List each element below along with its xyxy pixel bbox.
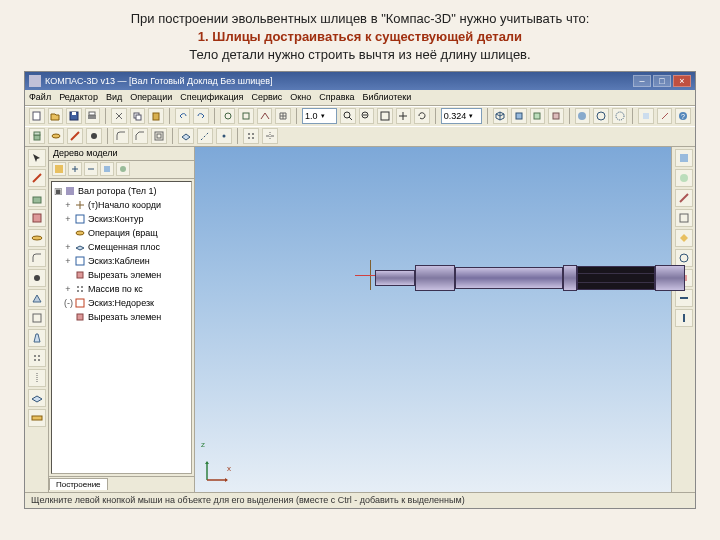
tree-item-8[interactable]: Вырезать элемен: [54, 310, 189, 324]
mirror-button[interactable]: [262, 128, 278, 144]
open-button[interactable]: [48, 108, 64, 124]
tool-a3[interactable]: [257, 108, 273, 124]
rt-9[interactable]: [675, 309, 693, 327]
tree-body[interactable]: ▣ Вал ротора (Тел 1) +(т)Начало коорди+Э…: [51, 181, 192, 474]
menu-window[interactable]: Окно: [290, 92, 311, 102]
minimize-button[interactable]: –: [633, 75, 651, 87]
app-window: КОМПАС-3D v13 — [Вал Готовый Доклад Без …: [24, 71, 696, 509]
extrude-button[interactable]: [29, 128, 45, 144]
close-button[interactable]: ×: [673, 75, 691, 87]
new-button[interactable]: [29, 108, 45, 124]
pattern-button[interactable]: [243, 128, 259, 144]
lt-measure[interactable]: [28, 409, 46, 427]
svg-rect-9: [243, 113, 249, 119]
lt-sketch[interactable]: [28, 169, 46, 187]
menu-edit[interactable]: Редактор: [59, 92, 98, 102]
view-front-button[interactable]: [511, 108, 527, 124]
sketch-button[interactable]: [67, 128, 83, 144]
menu-help[interactable]: Справка: [319, 92, 354, 102]
tree-item-2[interactable]: Операция (вращ: [54, 226, 189, 240]
view-top-button[interactable]: [530, 108, 546, 124]
menu-operations[interactable]: Операции: [130, 92, 172, 102]
zoom-fit-button[interactable]: [377, 108, 393, 124]
lt-mirror[interactable]: [28, 369, 46, 387]
menu-file[interactable]: Файл: [29, 92, 51, 102]
cut-button[interactable]: [111, 108, 127, 124]
tree-root[interactable]: ▣ Вал ротора (Тел 1): [54, 184, 189, 198]
zoom-in-button[interactable]: [340, 108, 356, 124]
rt-2[interactable]: [675, 169, 693, 187]
viewport-3d[interactable]: x z: [195, 147, 671, 492]
menu-spec[interactable]: Спецификация: [180, 92, 243, 102]
lt-cut[interactable]: [28, 209, 46, 227]
lt-extrude[interactable]: [28, 189, 46, 207]
tree-tool-5[interactable]: [116, 162, 130, 176]
menu-view[interactable]: Вид: [106, 92, 122, 102]
tool-a2[interactable]: [238, 108, 254, 124]
rt-3[interactable]: [675, 189, 693, 207]
tree-tool-2[interactable]: [68, 162, 82, 176]
value-field[interactable]: 0.324: [441, 108, 482, 124]
tool-a4[interactable]: [275, 108, 291, 124]
undo-button[interactable]: [175, 108, 191, 124]
tree-tool-1[interactable]: [52, 162, 66, 176]
svg-rect-13: [516, 113, 522, 119]
lt-shell[interactable]: [28, 309, 46, 327]
hole-button[interactable]: [86, 128, 102, 144]
lt-draft[interactable]: [28, 329, 46, 347]
lt-plane[interactable]: [28, 389, 46, 407]
redo-button[interactable]: [193, 108, 209, 124]
tree-tool-4[interactable]: [100, 162, 114, 176]
tree-tab-build[interactable]: Построение: [49, 478, 108, 490]
help-button[interactable]: ?: [675, 108, 691, 124]
rotate-button[interactable]: [414, 108, 430, 124]
lt-fillet[interactable]: [28, 249, 46, 267]
menu-libs[interactable]: Библиотеки: [363, 92, 412, 102]
wire-button[interactable]: [593, 108, 609, 124]
svg-rect-42: [32, 416, 42, 420]
tree-item-6[interactable]: +Массив по кс: [54, 282, 189, 296]
save-button[interactable]: [66, 108, 82, 124]
tree-item-1[interactable]: +Эскиз:Контур: [54, 212, 189, 226]
view-side-button[interactable]: [548, 108, 564, 124]
rt-8[interactable]: [675, 289, 693, 307]
view-iso-button[interactable]: [493, 108, 509, 124]
tree-tool-3[interactable]: [84, 162, 98, 176]
tool-b2[interactable]: [657, 108, 673, 124]
tree-item-5[interactable]: Вырезать элемен: [54, 268, 189, 282]
lt-revolve[interactable]: [28, 229, 46, 247]
chamfer-button[interactable]: [132, 128, 148, 144]
lt-hole[interactable]: [28, 269, 46, 287]
paste-button[interactable]: [148, 108, 164, 124]
rt-1[interactable]: [675, 149, 693, 167]
tree-item-0[interactable]: +(т)Начало коорди: [54, 198, 189, 212]
tool-a1[interactable]: [220, 108, 236, 124]
shaft-model[interactable]: [375, 265, 685, 291]
svg-rect-55: [76, 299, 84, 307]
pan-button[interactable]: [396, 108, 412, 124]
axis-button[interactable]: [197, 128, 213, 144]
lt-pattern[interactable]: [28, 349, 46, 367]
maximize-button[interactable]: □: [653, 75, 671, 87]
hidden-button[interactable]: [612, 108, 628, 124]
rt-5[interactable]: [675, 229, 693, 247]
lt-rib[interactable]: [28, 289, 46, 307]
scale-field[interactable]: 1.0: [302, 108, 337, 124]
tree-item-4[interactable]: +Эскиз:Каблеин: [54, 254, 189, 268]
print-button[interactable]: [85, 108, 101, 124]
lt-select[interactable]: [28, 149, 46, 167]
menu-service[interactable]: Сервис: [252, 92, 283, 102]
svg-point-52: [81, 286, 83, 288]
revolve-button[interactable]: [48, 128, 64, 144]
shell-button[interactable]: [151, 128, 167, 144]
point-button[interactable]: [216, 128, 232, 144]
tool-b1[interactable]: [638, 108, 654, 124]
copy-button[interactable]: [130, 108, 146, 124]
zoom-out-button[interactable]: [359, 108, 375, 124]
shade-button[interactable]: [575, 108, 591, 124]
tree-item-7[interactable]: (-)Эскиз:Недорезк: [54, 296, 189, 310]
fillet-button[interactable]: [113, 128, 129, 144]
tree-item-3[interactable]: +Смещенная плос: [54, 240, 189, 254]
rt-4[interactable]: [675, 209, 693, 227]
plane-button[interactable]: [178, 128, 194, 144]
